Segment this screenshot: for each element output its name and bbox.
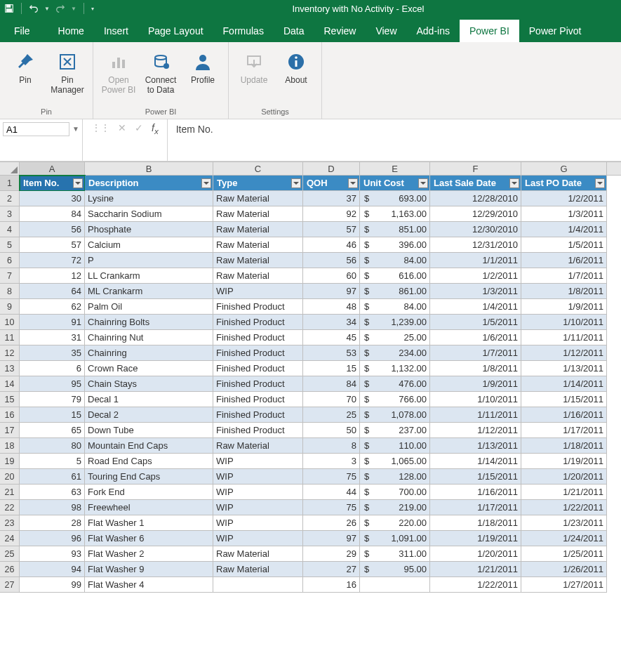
row-header[interactable]: 26 xyxy=(0,562,20,577)
cell-unit-cost[interactable]: $693.00 xyxy=(360,191,430,206)
table-row[interactable]: 2593Flat Washer 2Raw Material29$311.001/… xyxy=(0,546,621,562)
cell-type[interactable]: Finished Product xyxy=(213,361,303,376)
cell-last-po-date[interactable]: 1/10/2011 xyxy=(521,315,607,330)
table-row[interactable]: 1131Chainring NutFinished Product45$25.0… xyxy=(0,330,621,345)
column-header-d[interactable]: D xyxy=(303,162,360,175)
cell-qoh[interactable]: 27 xyxy=(303,562,360,577)
filter-dropdown-icon[interactable] xyxy=(201,178,211,188)
cell-last-sale-date[interactable]: 1/10/2011 xyxy=(430,392,521,407)
cell-qoh[interactable]: 34 xyxy=(303,315,360,330)
table-header-item-no-[interactable]: Item No. xyxy=(20,176,85,191)
cell-item-no[interactable]: 79 xyxy=(20,392,85,407)
cell-last-sale-date[interactable]: 12/29/2010 xyxy=(430,206,521,222)
name-box[interactable]: ▼ xyxy=(0,119,83,161)
cell-qoh[interactable]: 97 xyxy=(303,531,360,546)
cell-last-po-date[interactable]: 1/17/2011 xyxy=(521,423,607,438)
cell-last-po-date[interactable]: 1/11/2011 xyxy=(521,330,607,345)
row-header[interactable]: 3 xyxy=(0,206,20,222)
cell-qoh[interactable]: 29 xyxy=(303,546,360,562)
column-header-c[interactable]: C xyxy=(213,162,303,175)
ribbon-button-connect-to-data[interactable]: Connect to Data xyxy=(141,45,180,98)
redo-dropdown-icon[interactable]: ▼ xyxy=(71,6,76,12)
table-row[interactable]: 1579Decal 1Finished Product70$766.001/10… xyxy=(0,392,621,407)
table-row[interactable]: 195Road End CapsWIP3$1,065.001/14/20111/… xyxy=(0,454,621,469)
cell-last-sale-date[interactable]: 1/3/2011 xyxy=(430,284,521,299)
cell-item-no[interactable]: 12 xyxy=(20,268,85,284)
cell-last-sale-date[interactable]: 1/18/2011 xyxy=(430,515,521,531)
cell-description[interactable]: Crown Race xyxy=(85,361,213,376)
cell-last-po-date[interactable]: 1/5/2011 xyxy=(521,237,607,253)
row-header[interactable]: 11 xyxy=(0,330,20,345)
cell-last-po-date[interactable]: 1/16/2011 xyxy=(521,407,607,423)
cell-description[interactable]: Decal 1 xyxy=(85,392,213,407)
row-header[interactable]: 10 xyxy=(0,315,20,330)
cell-item-no[interactable]: 95 xyxy=(20,376,85,392)
cell-last-sale-date[interactable]: 1/14/2011 xyxy=(430,454,521,469)
tab-view[interactable]: View xyxy=(366,20,406,42)
table-row[interactable]: 384Saccharin SodiumRaw Material92$1,163.… xyxy=(0,206,621,222)
cell-description[interactable]: P xyxy=(85,253,213,268)
undo-icon[interactable] xyxy=(29,4,39,13)
cell-last-sale-date[interactable]: 1/9/2011 xyxy=(430,376,521,392)
cell-last-sale-date[interactable]: 1/12/2011 xyxy=(430,423,521,438)
cell-qoh[interactable]: 15 xyxy=(303,361,360,376)
formula-input[interactable]: Item No. xyxy=(168,119,621,161)
cell-unit-cost[interactable]: $84.00 xyxy=(360,299,430,315)
cell-unit-cost[interactable] xyxy=(360,577,430,593)
cell-unit-cost[interactable]: $128.00 xyxy=(360,469,430,485)
cell-type[interactable]: WIP xyxy=(213,485,303,500)
cell-type[interactable]: Raw Material xyxy=(213,191,303,206)
cell-qoh[interactable]: 50 xyxy=(303,423,360,438)
row-header[interactable]: 1 xyxy=(0,176,20,191)
table-row[interactable]: 672PRaw Material56$84.001/1/20111/6/2011 xyxy=(0,253,621,268)
cell-unit-cost[interactable]: $234.00 xyxy=(360,345,430,361)
table-row[interactable]: 1235ChainringFinished Product53$234.001/… xyxy=(0,345,621,361)
cell-item-no[interactable]: 57 xyxy=(20,237,85,253)
cell-item-no[interactable]: 28 xyxy=(20,515,85,531)
cell-item-no[interactable]: 93 xyxy=(20,546,85,562)
cell-last-sale-date[interactable]: 1/20/2011 xyxy=(430,546,521,562)
cell-qoh[interactable]: 92 xyxy=(303,206,360,222)
cell-qoh[interactable]: 46 xyxy=(303,237,360,253)
cell-unit-cost[interactable]: $861.00 xyxy=(360,284,430,299)
cell-item-no[interactable]: 98 xyxy=(20,500,85,515)
row-header[interactable]: 12 xyxy=(0,345,20,361)
cell-type[interactable]: WIP xyxy=(213,469,303,485)
cell-unit-cost[interactable]: $1,239.00 xyxy=(360,315,430,330)
cell-unit-cost[interactable]: $396.00 xyxy=(360,237,430,253)
cell-description[interactable]: Chainring Bolts xyxy=(85,315,213,330)
cell-type[interactable]: WIP xyxy=(213,500,303,515)
cell-type[interactable]: Finished Product xyxy=(213,345,303,361)
cell-qoh[interactable]: 44 xyxy=(303,485,360,500)
cell-unit-cost[interactable]: $1,091.00 xyxy=(360,531,430,546)
table-row[interactable]: 1880Mountain End CapsRaw Material8$110.0… xyxy=(0,438,621,454)
cell-unit-cost[interactable]: $110.00 xyxy=(360,438,430,454)
filter-dropdown-icon[interactable] xyxy=(348,178,358,188)
cell-last-po-date[interactable]: 1/27/2011 xyxy=(521,577,607,593)
cell-last-po-date[interactable]: 1/20/2011 xyxy=(521,469,607,485)
cell-item-no[interactable]: 31 xyxy=(20,330,85,345)
name-box-dropdown-icon[interactable]: ▼ xyxy=(72,122,79,133)
cell-type[interactable]: Finished Product xyxy=(213,376,303,392)
cell-unit-cost[interactable]: $1,132.00 xyxy=(360,361,430,376)
cell-item-no[interactable]: 35 xyxy=(20,345,85,361)
cell-unit-cost[interactable]: $220.00 xyxy=(360,515,430,531)
cell-last-po-date[interactable]: 1/7/2011 xyxy=(521,268,607,284)
cell-qoh[interactable]: 97 xyxy=(303,284,360,299)
cell-type[interactable]: WIP xyxy=(213,531,303,546)
cell-type[interactable]: Raw Material xyxy=(213,222,303,237)
column-header-e[interactable]: E xyxy=(360,162,430,175)
cell-type[interactable]: Raw Material xyxy=(213,438,303,454)
cell-last-sale-date[interactable]: 12/28/2010 xyxy=(430,191,521,206)
tab-file[interactable]: File xyxy=(4,20,48,42)
tab-home[interactable]: Home xyxy=(48,20,94,42)
tab-data[interactable]: Data xyxy=(274,20,314,42)
cell-qoh[interactable]: 3 xyxy=(303,454,360,469)
row-header[interactable]: 6 xyxy=(0,253,20,268)
cell-description[interactable]: Chain Stays xyxy=(85,376,213,392)
cell-qoh[interactable]: 45 xyxy=(303,330,360,345)
cell-last-po-date[interactable]: 1/21/2011 xyxy=(521,485,607,500)
table-header-unit-cost[interactable]: Unit Cost xyxy=(360,176,430,191)
cell-qoh[interactable]: 26 xyxy=(303,515,360,531)
ribbon-button-pin[interactable]: Pin xyxy=(6,45,45,88)
